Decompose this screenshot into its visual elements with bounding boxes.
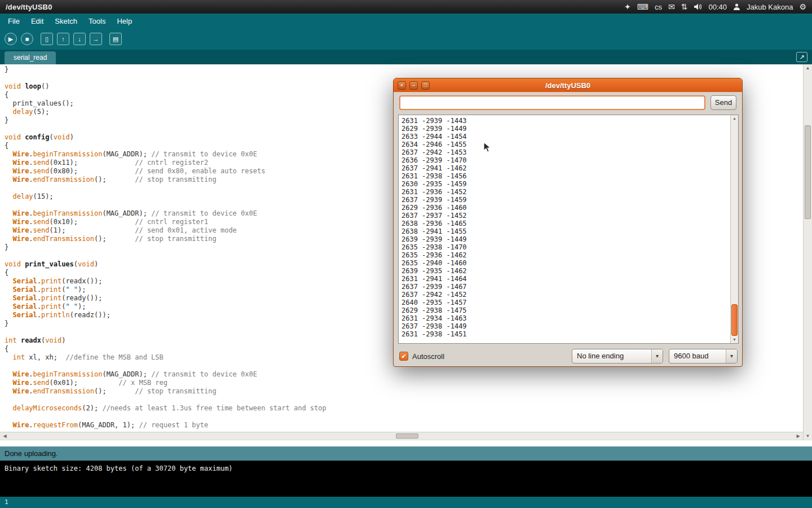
code-line: Wire.beginTransmission(MAG_ADDR); // tra… <box>5 370 803 379</box>
serial-output-row: 2630 -2935 -1459 <box>401 180 727 188</box>
system-panel: /dev/ttyUSB0 ✦ ⌨ cs ✉ ⇅ 00:40 Jakub Kako… <box>0 0 812 14</box>
user-icon <box>733 3 740 11</box>
serial-output-row: 2637 -2939 -1459 <box>401 196 727 204</box>
maximize-button[interactable]: □ <box>421 81 430 90</box>
tab-strip: serial_read ↗ <box>0 50 812 64</box>
clock[interactable]: 00:40 <box>708 3 727 11</box>
serial-monitor-button[interactable]: ▤ <box>109 33 122 45</box>
serial-output-row: 2631 -2934 -1463 <box>401 314 727 322</box>
serial-output-row: 2637 -2937 -1452 <box>401 212 727 220</box>
sparkle-indicator-icon[interactable]: ✦ <box>624 0 631 14</box>
scroll-up-arrow[interactable]: ▲ <box>731 115 738 122</box>
open-button[interactable]: ↑ <box>57 33 69 45</box>
editor-horizontal-scrollbar[interactable]: ◀ ▶ <box>0 432 803 440</box>
scroll-up-arrow[interactable]: ▲ <box>804 64 812 72</box>
network-updown-icon[interactable]: ⇅ <box>681 0 688 14</box>
editor-bottom-gap <box>0 440 812 446</box>
keyboard-layout-indicator[interactable]: cs <box>655 3 662 11</box>
menu-help[interactable]: Help <box>111 15 138 28</box>
menu-tools[interactable]: Tools <box>83 15 111 28</box>
baud-rate-select[interactable]: 9600 baud ▾ <box>669 349 738 364</box>
horizontal-scroll-thumb[interactable] <box>396 433 418 439</box>
save-icon: ↓ <box>78 36 81 42</box>
serial-scroll-thumb[interactable] <box>731 304 738 336</box>
serial-output-row: 2637 -2942 -1453 <box>401 148 727 156</box>
close-button[interactable]: × <box>398 81 406 90</box>
scroll-left-arrow[interactable]: ◀ <box>1 432 8 440</box>
serial-monitor-window: × – □ /dev/ttyUSB0 Send 2631 -2939 -1443… <box>393 78 743 367</box>
stop-button[interactable]: ■ <box>21 33 33 45</box>
serial-output-row: 2634 -2946 -1455 <box>401 141 727 148</box>
check-icon: ✔ <box>401 353 406 360</box>
serial-output-row: 2635 -2940 -1460 <box>401 259 727 267</box>
serial-output-row: 2631 -2938 -1456 <box>401 172 727 180</box>
code-line: Wire.endTransmission(); // stop transmit… <box>5 387 803 396</box>
line-number-indicator: 1 <box>5 498 8 506</box>
serial-output-row: 2636 -2939 -1470 <box>401 156 727 164</box>
code-line: Wire.send(0x01); // x MSB reg <box>5 379 803 387</box>
code-line <box>5 396 803 404</box>
line-ending-value: No line ending <box>572 349 651 363</box>
window-title: /dev/ttyUSB0 <box>6 3 52 11</box>
code-line: delayMicroseconds(2); //needs at least 1… <box>5 404 803 413</box>
autoscroll-checkbox[interactable]: ✔ <box>399 352 408 361</box>
keyboard-icon[interactable]: ⌨ <box>637 0 648 14</box>
scroll-down-arrow[interactable]: ▼ <box>804 432 812 440</box>
new-sketch-button[interactable]: ▯ <box>41 33 53 45</box>
serial-output-row: 2639 -2935 -1462 <box>401 267 727 275</box>
new-file-icon: ▯ <box>45 36 48 43</box>
scroll-down-arrow[interactable]: ▼ <box>731 336 738 343</box>
upload-icon: → <box>93 36 99 42</box>
console-output: Binary sketch size: 4208 bytes (of a 307… <box>5 465 233 472</box>
play-icon: ▶ <box>8 36 13 43</box>
serial-output-row: 2637 -2941 -1462 <box>401 164 727 172</box>
serial-output-row: 2639 -2939 -1449 <box>401 235 727 243</box>
open-icon: ↑ <box>61 36 65 42</box>
serial-monitor-titlebar[interactable]: × – □ /dev/ttyUSB0 <box>394 78 742 92</box>
serial-monitor-icon: ▤ <box>113 36 118 43</box>
volume-icon[interactable] <box>694 3 702 11</box>
upload-button[interactable]: → <box>90 33 102 45</box>
session-gear-icon[interactable]: ⚙ <box>799 0 806 14</box>
serial-output-row: 2635 -2938 -1470 <box>401 243 727 251</box>
serial-output-row: 2640 -2935 -1457 <box>401 299 727 306</box>
code-line: } <box>5 65 803 74</box>
serial-output[interactable]: 2631 -2939 -14432629 -2939 -14492633 -29… <box>399 115 730 343</box>
maximize-icon: □ <box>424 82 427 88</box>
serial-output-scrollbar[interactable]: ▲ ▼ <box>730 115 738 343</box>
serial-output-row: 2633 -2944 -1454 <box>401 133 727 141</box>
tab-serial-read[interactable]: serial_read <box>5 51 56 64</box>
vertical-scroll-thumb[interactable] <box>805 125 811 219</box>
menu-file[interactable]: File <box>2 15 25 28</box>
line-ending-select[interactable]: No line ending ▾ <box>572 349 663 364</box>
status-bar: Done uploading. <box>0 446 812 461</box>
editor-vertical-scrollbar[interactable]: ▲ ▼ <box>803 64 812 440</box>
chevron-down-icon[interactable]: ▾ <box>726 349 737 363</box>
serial-input-row: Send <box>399 95 736 111</box>
autoscroll-label: Autoscroll <box>412 352 444 361</box>
serial-output-row: 2638 -2936 -1465 <box>401 220 727 227</box>
menu-sketch[interactable]: Sketch <box>49 15 83 28</box>
baud-rate-value: 9600 baud <box>669 349 726 363</box>
serial-monitor-title: /dev/ttyUSB0 <box>394 81 742 90</box>
serial-output-row: 2631 -2941 -1464 <box>401 275 727 283</box>
minimize-button[interactable]: – <box>409 81 418 90</box>
tab-menu-button[interactable]: ↗ <box>796 52 807 62</box>
serial-output-row: 2631 -2936 -1452 <box>401 188 727 196</box>
serial-output-row: 2637 -2942 -1452 <box>401 291 727 299</box>
status-message: Done uploading. <box>5 449 58 458</box>
chevron-down-icon[interactable]: ▾ <box>651 349 663 363</box>
scroll-right-arrow[interactable]: ▶ <box>795 432 802 440</box>
user-menu[interactable]: Jakub Kakona <box>747 3 793 11</box>
serial-output-row: 2629 -2938 -1475 <box>401 306 727 314</box>
system-tray: ✦ ⌨ cs ✉ ⇅ 00:40 Jakub Kakona ⚙ <box>624 0 806 14</box>
serial-output-panel: 2631 -2939 -14432629 -2939 -14492633 -29… <box>398 115 739 344</box>
serial-send-input[interactable] <box>399 95 705 110</box>
verify-button[interactable]: ▶ <box>5 33 17 45</box>
mail-icon[interactable]: ✉ <box>668 0 675 14</box>
save-button[interactable]: ↓ <box>73 33 86 45</box>
menu-edit[interactable]: Edit <box>25 15 49 28</box>
stop-icon: ■ <box>25 36 29 42</box>
send-button[interactable]: Send <box>710 95 736 110</box>
close-icon: × <box>400 82 403 88</box>
